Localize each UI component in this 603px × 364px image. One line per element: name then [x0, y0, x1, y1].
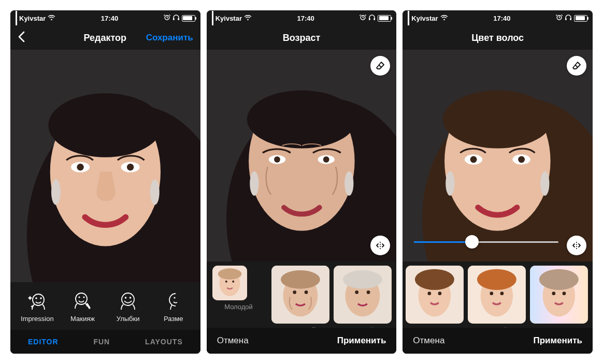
- svg-point-21: [174, 297, 175, 298]
- headphones-icon: [368, 14, 376, 22]
- eraser-button[interactable]: [567, 56, 586, 76]
- battery-icon: [378, 15, 391, 22]
- svg-point-17: [83, 296, 85, 298]
- clock: 17:40: [493, 14, 510, 22]
- signal-icon: [212, 11, 213, 25]
- svg-point-75: [562, 292, 566, 295]
- svg-point-70: [500, 292, 504, 295]
- filter-thumb: [406, 266, 464, 324]
- svg-point-13: [35, 297, 37, 299]
- status-bar: Kyivstar 17:40: [403, 10, 593, 26]
- carrier-label: Kyivstar: [216, 14, 242, 22]
- wifi-icon: [244, 14, 252, 22]
- filter-row: Шатен Рыжий Тон: [403, 261, 593, 328]
- svg-point-42: [293, 290, 297, 294]
- svg-point-47: [355, 290, 358, 294]
- nav-title: Редактор: [64, 33, 146, 43]
- svg-point-58: [519, 156, 525, 163]
- svg-point-60: [541, 171, 550, 196]
- svg-point-20: [130, 297, 132, 299]
- wifi-icon: [48, 14, 55, 22]
- filter-young[interactable]: Молодой: [210, 266, 268, 311]
- photo-preview: [207, 50, 397, 261]
- alarm-icon: [164, 14, 170, 22]
- svg-point-18: [122, 293, 134, 305]
- action-bar: Отмена Применить: [403, 328, 593, 354]
- svg-point-68: [477, 269, 516, 290]
- nav-bar: Возраст: [207, 26, 397, 50]
- tab-fun[interactable]: FUN: [93, 338, 110, 346]
- svg-point-38: [232, 281, 234, 283]
- svg-point-63: [415, 269, 454, 290]
- svg-point-65: [438, 292, 442, 295]
- filter-red[interactable]: Рыжий: [468, 266, 526, 333]
- smiles-icon: [117, 290, 139, 312]
- nav-bar: Цвет волос: [403, 26, 593, 50]
- svg-point-74: [552, 292, 555, 295]
- tool-label: Impression: [21, 315, 54, 323]
- tab-layouts[interactable]: LAYOUTS: [145, 338, 183, 346]
- alarm-icon: [556, 14, 563, 22]
- tool-size[interactable]: Разме: [151, 290, 196, 323]
- nav-title: Цвет волос: [456, 33, 539, 43]
- headphones-icon: [565, 14, 572, 22]
- tool-smiles[interactable]: Улыбки: [105, 290, 151, 323]
- filter-thumb: [212, 266, 247, 300]
- back-button[interactable]: [18, 31, 64, 45]
- tool-impression[interactable]: Impression: [15, 290, 60, 323]
- signal-icon: [16, 11, 17, 25]
- status-bar: Kyivstar 17:40: [10, 10, 200, 26]
- svg-point-59: [446, 171, 455, 196]
- svg-point-73: [539, 269, 579, 290]
- cancel-button[interactable]: Отмена: [217, 336, 249, 346]
- tool-makeup[interactable]: Макияж: [60, 290, 106, 323]
- screen-hair-color: Kyivstar 17:40 Цвет волос: [403, 10, 593, 354]
- compare-button[interactable]: [567, 236, 586, 255]
- svg-point-64: [428, 292, 432, 295]
- filter-thumb: [530, 266, 588, 324]
- photo-preview: [10, 50, 200, 282]
- filter-row: Молодой Пожилой Крутой старик: [207, 261, 397, 328]
- intensity-slider[interactable]: [414, 237, 558, 247]
- save-button[interactable]: Сохранить: [146, 33, 193, 43]
- tab-row: EDITOR FUN LAYOUTS: [10, 330, 200, 354]
- svg-point-15: [76, 293, 87, 304]
- photo-preview: [403, 50, 593, 261]
- status-bar: Kyivstar 17:40: [207, 10, 397, 26]
- filter-thumb: [271, 266, 329, 324]
- svg-point-54: [443, 91, 552, 149]
- cancel-button[interactable]: Отмена: [413, 336, 444, 346]
- slider-thumb[interactable]: [465, 235, 479, 249]
- filter-old[interactable]: Пожилой: [271, 266, 329, 333]
- tool-label: Разме: [164, 315, 183, 323]
- svg-rect-24: [374, 18, 376, 20]
- svg-point-9: [127, 164, 134, 170]
- apply-button[interactable]: Применить: [533, 336, 582, 346]
- svg-point-10: [51, 179, 61, 205]
- svg-rect-23: [369, 18, 370, 20]
- alarm-icon: [360, 14, 366, 22]
- apply-button[interactable]: Применить: [337, 336, 386, 346]
- nav-title: Возраст: [261, 33, 343, 43]
- carrier-label: Kyivstar: [411, 14, 438, 22]
- svg-point-33: [344, 171, 353, 196]
- svg-point-69: [490, 292, 494, 295]
- svg-point-43: [305, 290, 308, 294]
- svg-point-7: [77, 164, 83, 170]
- tool-label: Улыбки: [117, 315, 140, 323]
- tool-row: Impression Макияж: [10, 282, 200, 330]
- svg-point-16: [79, 296, 80, 298]
- svg-point-48: [367, 290, 370, 294]
- filter-brown[interactable]: Шатен: [406, 266, 464, 333]
- svg-point-29: [274, 156, 280, 163]
- svg-point-31: [323, 156, 329, 163]
- nav-bar: Редактор Сохранить: [10, 26, 200, 50]
- clock: 17:40: [297, 14, 314, 22]
- clock: 17:40: [101, 14, 118, 22]
- battery-icon: [574, 15, 587, 22]
- svg-point-41: [281, 270, 320, 289]
- tab-editor[interactable]: EDITOR: [28, 338, 59, 346]
- svg-rect-1: [173, 18, 175, 20]
- filter-tone[interactable]: Тон: [530, 266, 588, 333]
- carrier-label: Kyivstar: [19, 14, 46, 22]
